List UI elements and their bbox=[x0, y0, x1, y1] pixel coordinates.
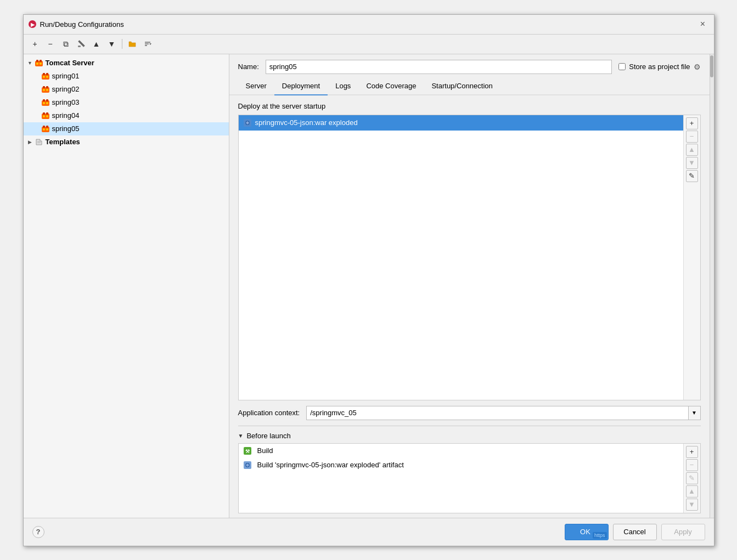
edit-deploy-button[interactable]: ✎ bbox=[686, 170, 698, 182]
templates-icon bbox=[35, 138, 43, 146]
tab-logs[interactable]: Logs bbox=[328, 78, 358, 95]
deploy-down-button[interactable]: ▼ bbox=[686, 157, 698, 169]
svg-point-34 bbox=[43, 128, 45, 131]
svg-rect-2 bbox=[78, 46, 81, 47]
spring04-icon bbox=[41, 111, 50, 120]
sidebar-item-tomcat-server[interactable]: ▼ Tomcat Server bbox=[24, 56, 229, 70]
spring05-label: spring05 bbox=[52, 125, 80, 133]
folder-icon bbox=[128, 41, 136, 47]
deployment-side-buttons: + − ▲ ▼ ✎ bbox=[683, 115, 700, 400]
spring02-label: spring02 bbox=[52, 85, 80, 93]
app-context-label: Application context: bbox=[238, 409, 300, 417]
sidebar-item-templates[interactable]: ▶ Templates bbox=[24, 135, 229, 149]
launch-item-artifact[interactable]: Build 'springmvc-05-json:war exploded' a… bbox=[239, 458, 683, 472]
sort-icon bbox=[144, 40, 151, 48]
context-input-wrap: ▼ bbox=[306, 406, 700, 420]
deploy-section-title: Deploy at the server startup bbox=[238, 102, 701, 110]
svg-rect-12 bbox=[43, 73, 45, 75]
name-row: Name: Store as project file ⚙ bbox=[229, 54, 710, 78]
divider bbox=[238, 426, 701, 426]
svg-point-19 bbox=[43, 89, 45, 91]
artifact-build-icon bbox=[243, 461, 252, 470]
context-dropdown-button[interactable]: ▼ bbox=[688, 406, 700, 420]
ok-label: OK bbox=[580, 528, 590, 536]
svg-point-30 bbox=[46, 115, 48, 117]
svg-point-14 bbox=[43, 76, 45, 78]
svg-point-20 bbox=[46, 89, 48, 91]
footer: ? OK https Cancel Apply bbox=[24, 518, 714, 546]
move-up-button[interactable]: ▲ bbox=[89, 37, 104, 51]
toolbar: + − ⧉ ▲ ▼ bbox=[24, 35, 714, 54]
sidebar-item-spring05[interactable]: spring05 bbox=[24, 122, 229, 135]
svg-point-25 bbox=[46, 102, 48, 104]
store-gear-icon[interactable]: ⚙ bbox=[694, 63, 701, 71]
before-launch-title: Before launch bbox=[246, 432, 290, 440]
sidebar-item-spring04[interactable]: spring04 bbox=[24, 109, 229, 122]
artifact-icon bbox=[243, 118, 252, 127]
settings-button[interactable] bbox=[74, 37, 88, 51]
remove-launch-button[interactable]: − bbox=[686, 459, 698, 471]
tab-deployment[interactable]: Deployment bbox=[274, 78, 328, 95]
spring03-icon bbox=[41, 98, 50, 107]
deployment-area: springmvc-05-json:war exploded + − ▲ ▼ ✎ bbox=[238, 115, 701, 400]
svg-rect-23 bbox=[46, 99, 48, 101]
add-deploy-button[interactable]: + bbox=[686, 117, 698, 129]
run-debug-dialog: ▶ Run/Debug Configurations × + − ⧉ ▲ ▼ bbox=[23, 14, 715, 546]
launch-list: ⚒ Build bbox=[239, 444, 683, 513]
remove-config-button[interactable]: − bbox=[43, 37, 58, 51]
svg-point-35 bbox=[46, 128, 48, 131]
move-down-button[interactable]: ▼ bbox=[105, 37, 119, 51]
folder-button[interactable] bbox=[125, 37, 139, 51]
store-checkbox[interactable] bbox=[618, 63, 626, 70]
add-launch-button[interactable]: + bbox=[686, 446, 698, 458]
svg-point-15 bbox=[46, 76, 48, 78]
tab-server[interactable]: Server bbox=[238, 78, 274, 95]
copy-config-button[interactable]: ⧉ bbox=[59, 37, 73, 51]
close-button[interactable]: × bbox=[696, 18, 710, 31]
sidebar-item-spring01[interactable]: spring01 bbox=[24, 70, 229, 83]
svg-rect-13 bbox=[46, 73, 48, 75]
tabs-bar: Server Deployment Logs Code Coverage Sta… bbox=[229, 78, 710, 95]
launch-item-build-label: Build bbox=[257, 446, 273, 455]
app-context-row: Application context: ▼ bbox=[238, 400, 701, 423]
title-bar-left: ▶ Run/Debug Configurations bbox=[28, 20, 124, 29]
before-launch-header: ▼ Before launch bbox=[238, 428, 701, 443]
sort-button[interactable] bbox=[140, 37, 155, 51]
sidebar-item-spring03[interactable]: spring03 bbox=[24, 96, 229, 109]
app-context-input[interactable] bbox=[307, 406, 688, 420]
svg-text:▶: ▶ bbox=[30, 22, 35, 27]
help-button[interactable]: ? bbox=[32, 526, 44, 538]
dialog-icon: ▶ bbox=[28, 20, 37, 29]
svg-rect-33 bbox=[46, 126, 48, 128]
add-config-button[interactable]: + bbox=[28, 37, 42, 51]
apply-button[interactable]: Apply bbox=[661, 524, 705, 540]
build-icon: ⚒ bbox=[243, 446, 252, 455]
sidebar-item-spring02[interactable]: spring02 bbox=[24, 83, 229, 96]
launch-up-button[interactable]: ▲ bbox=[686, 485, 698, 497]
spring04-label: spring04 bbox=[52, 111, 80, 120]
dialog-title: Run/Debug Configurations bbox=[40, 20, 124, 29]
launch-down-button[interactable]: ▼ bbox=[686, 499, 698, 511]
spring02-icon bbox=[41, 85, 50, 94]
edit-launch-button[interactable]: ✎ bbox=[686, 472, 698, 484]
expand-arrow-tomcat: ▼ bbox=[26, 59, 35, 67]
deploy-up-button[interactable]: ▲ bbox=[686, 144, 698, 156]
sidebar: ▼ Tomcat Server bbox=[24, 54, 229, 518]
before-launch-content: ⚒ Build bbox=[238, 443, 701, 513]
svg-point-24 bbox=[43, 102, 45, 104]
store-label: Store as project file bbox=[629, 63, 690, 71]
tab-code-coverage[interactable]: Code Coverage bbox=[358, 78, 424, 95]
cancel-button[interactable]: Cancel bbox=[613, 524, 657, 540]
remove-deploy-button[interactable]: − bbox=[686, 131, 698, 143]
right-scrollbar bbox=[710, 54, 714, 518]
launch-item-build[interactable]: ⚒ Build bbox=[239, 444, 683, 458]
deploy-item-0[interactable]: springmvc-05-json:war exploded bbox=[239, 115, 683, 131]
deploy-item-text-0: springmvc-05-json:war exploded bbox=[255, 118, 358, 127]
right-panel: Name: Store as project file ⚙ Server Dep… bbox=[229, 54, 710, 518]
before-launch-collapse-arrow[interactable]: ▼ bbox=[238, 433, 244, 439]
name-input[interactable] bbox=[266, 60, 612, 74]
store-row: Store as project file ⚙ bbox=[618, 63, 700, 71]
footer-buttons: OK https Cancel Apply bbox=[565, 524, 705, 540]
tab-startup-connection[interactable]: Startup/Connection bbox=[424, 78, 500, 95]
ok-button[interactable]: OK https bbox=[565, 524, 609, 540]
